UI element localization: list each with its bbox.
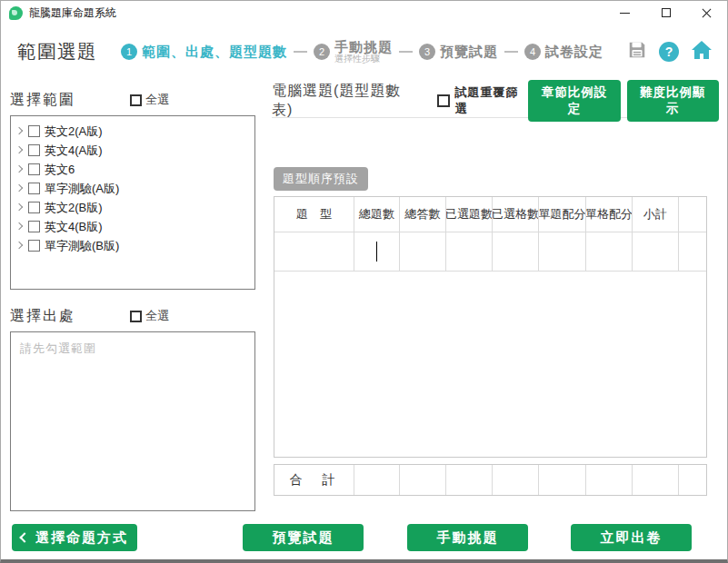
table-header-row: 題 型 總題數 總答數 已選題數 已選格數 單題配分 單格配分 小計 <box>274 197 706 232</box>
save-button[interactable] <box>627 40 647 64</box>
close-button[interactable] <box>686 1 727 25</box>
range-select-all-label: 全選 <box>145 92 169 108</box>
question-order-preset-button[interactable]: 題型順序預設 <box>274 167 368 191</box>
tree-item-label: 英文6 <box>45 162 75 178</box>
tree-item[interactable]: 英文4(B版) <box>15 217 251 236</box>
tree-item-checkbox[interactable] <box>28 183 40 194</box>
tree-item-label: 單字測驗(A版) <box>45 181 119 197</box>
tree-item-label: 單字測驗(B版) <box>45 238 119 254</box>
table-total-row: 合 計 <box>274 464 707 496</box>
maximize-button[interactable] <box>645 1 686 25</box>
source-list[interactable]: 請先勾選範圍 <box>10 331 255 511</box>
range-section-header: 選擇範圍 全選 <box>10 88 255 112</box>
app-logo-icon <box>9 6 23 20</box>
column-header: 單格配分 <box>586 197 633 232</box>
wizard-steps: 1 範圍、出處、題型題數 2 手動挑題 選擇性步驟 3 預覽試題 4 試卷設定 <box>121 40 603 64</box>
score-per-blank-cell[interactable] <box>586 232 633 272</box>
column-header <box>679 197 706 232</box>
question-mark-icon: ? <box>665 44 673 59</box>
chevron-right-icon[interactable] <box>15 203 24 212</box>
tree-item-checkbox[interactable] <box>28 144 40 156</box>
source-title: 選擇出處 <box>10 307 130 326</box>
total-cell <box>633 465 679 495</box>
step-separator <box>504 51 518 53</box>
preview-questions-button[interactable]: 預覽試題 <box>243 524 364 551</box>
chevron-right-icon[interactable] <box>15 127 24 136</box>
source-select-all[interactable]: 全選 <box>130 308 169 324</box>
tree-item[interactable]: 單字測驗(A版) <box>15 179 251 198</box>
subtotal-cell[interactable] <box>633 232 679 272</box>
question-type-cell[interactable] <box>274 232 354 272</box>
table-row <box>274 232 706 272</box>
chevron-right-icon[interactable] <box>15 184 24 193</box>
tree-item-label: 英文4(A版) <box>45 143 103 159</box>
text-cursor <box>376 242 378 262</box>
main-title: 電腦選題(題型題數表) <box>272 82 417 120</box>
range-select-all-checkbox[interactable] <box>130 94 142 106</box>
step-2-sublabel: 選擇性步驟 <box>334 54 393 64</box>
chevron-right-icon[interactable] <box>15 165 24 174</box>
manual-pick-button[interactable]: 手動挑題 <box>407 524 528 551</box>
selected-blanks-cell[interactable] <box>493 232 539 272</box>
chevron-left-icon <box>19 532 29 542</box>
total-cell <box>679 465 706 495</box>
difficulty-ratio-button[interactable]: 難度比例顯示 <box>627 80 719 122</box>
total-answers-cell[interactable] <box>400 232 446 272</box>
step-1-label: 範圍、出處、題型題數 <box>142 44 287 59</box>
source-select-all-checkbox[interactable] <box>130 311 142 322</box>
question-type-table: 題 型 總題數 總答數 已選題數 已選格數 單題配分 單格配分 小計 <box>274 196 707 458</box>
column-header: 單題配分 <box>539 197 586 232</box>
column-header: 已選格數 <box>493 197 539 232</box>
range-tree: 英文2(A版) 英文4(A版) 英文6 單字測驗(A版) 英文2(B版) <box>10 115 255 290</box>
tree-item-label: 英文2(A版) <box>45 123 103 140</box>
step-2[interactable]: 2 手動挑題 選擇性步驟 <box>314 40 393 64</box>
tree-item-checkbox[interactable] <box>28 125 40 137</box>
step-1[interactable]: 1 範圍、出處、題型題數 <box>121 44 287 60</box>
score-per-question-cell[interactable] <box>539 232 586 272</box>
range-title: 選擇範圍 <box>10 91 130 110</box>
duplicate-filter-checkbox[interactable] <box>437 94 450 107</box>
back-button-label: 選擇命題方式 <box>35 529 128 547</box>
tree-item-checkbox[interactable] <box>28 202 40 213</box>
tree-item[interactable]: 英文2(B版) <box>15 198 251 217</box>
source-section-header: 選擇出處 全選 <box>10 304 255 328</box>
step-3[interactable]: 3 預覽試題 <box>419 44 498 60</box>
back-to-method-button[interactable]: 選擇命題方式 <box>12 524 137 551</box>
column-header: 已選題數 <box>446 197 493 232</box>
step-4-number: 4 <box>524 44 541 60</box>
step-4[interactable]: 4 試卷設定 <box>524 44 603 60</box>
chevron-right-icon[interactable] <box>15 146 24 155</box>
total-cell <box>354 465 400 495</box>
column-header: 小計 <box>633 197 679 232</box>
minimize-button[interactable] <box>604 1 645 25</box>
chevron-right-icon[interactable] <box>15 242 24 251</box>
chapter-ratio-button[interactable]: 章節比例設定 <box>528 80 620 122</box>
page-header: 範圍選題 1 範圍、出處、題型題數 2 手動挑題 選擇性步驟 3 預覽試題 4 <box>1 26 727 77</box>
total-label-cell: 合 計 <box>274 465 354 495</box>
generate-paper-button[interactable]: 立即出卷 <box>571 524 692 551</box>
range-select-all[interactable]: 全選 <box>130 92 169 108</box>
total-cell <box>446 465 493 495</box>
chevron-right-icon[interactable] <box>15 222 24 232</box>
row-action-cell[interactable] <box>679 232 706 272</box>
total-cell <box>539 465 586 495</box>
duplicate-filter-label: 試題重覆篩選 <box>455 84 529 117</box>
total-cell <box>493 465 539 495</box>
tree-item[interactable]: 單字測驗(B版) <box>15 236 251 255</box>
total-questions-cell[interactable] <box>354 232 400 272</box>
tree-item-checkbox[interactable] <box>28 221 40 232</box>
tree-item-checkbox[interactable] <box>28 240 40 252</box>
column-header: 總答數 <box>400 197 446 232</box>
source-placeholder: 請先勾選範圍 <box>20 341 96 355</box>
step-4-label: 試卷設定 <box>545 44 603 59</box>
tree-item[interactable]: 英文4(A版) <box>15 141 251 160</box>
help-button[interactable]: ? <box>659 42 679 62</box>
footer-bar: 選擇命題方式 預覽試題 手動挑題 立即出卷 <box>1 524 727 555</box>
step-separator <box>294 51 307 53</box>
home-button[interactable] <box>691 40 713 64</box>
tree-item[interactable]: 英文6 <box>15 160 251 179</box>
duplicate-filter[interactable]: 試題重覆篩選 <box>437 84 528 117</box>
tree-item[interactable]: 英文2(A版) <box>15 122 251 141</box>
selected-questions-cell[interactable] <box>446 232 493 272</box>
tree-item-checkbox[interactable] <box>28 163 40 175</box>
